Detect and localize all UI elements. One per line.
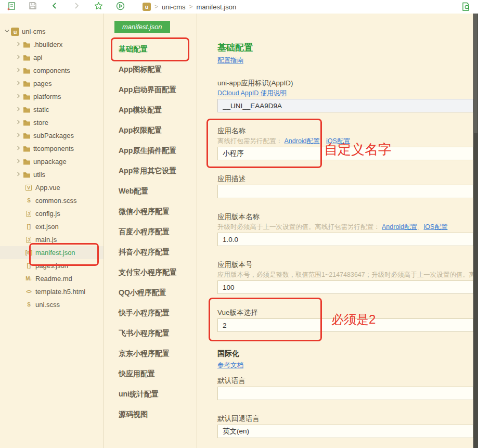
chevron-right-icon[interactable] bbox=[15, 81, 22, 86]
document-tab[interactable]: manifest.json bbox=[114, 21, 170, 33]
settings-nav-item[interactable]: 快手小程序配置 bbox=[104, 303, 197, 323]
settings-nav-list: 基础配置 App图标配置 App启动界面配置 App模块配置 App权限配置 A… bbox=[104, 39, 197, 425]
tree-file-row[interactable]: [ ] ext.json bbox=[0, 220, 104, 233]
breadcrumb-file[interactable]: manifest.json bbox=[197, 3, 237, 11]
tree-folder-row[interactable]: platforms bbox=[0, 90, 104, 103]
vue-version-select[interactable] bbox=[217, 318, 473, 332]
android-config-link[interactable]: Android配置 bbox=[284, 137, 319, 145]
tree-folder-row[interactable]: unpackage bbox=[0, 155, 104, 168]
settings-nav-item[interactable]: uni统计配置 bbox=[104, 384, 197, 404]
tree-file-label: manifest.json bbox=[35, 249, 75, 257]
chevron-right-icon[interactable] bbox=[15, 159, 22, 164]
app-name-hint: 离线打包需另行配置： bbox=[217, 137, 282, 145]
tree-file-row[interactable]: <> template.h5.html bbox=[0, 285, 104, 298]
version-name-input[interactable] bbox=[217, 233, 473, 246]
settings-nav-item-label: 源码视图 bbox=[119, 410, 148, 419]
panel-divider[interactable] bbox=[197, 14, 197, 448]
settings-nav-item-label: 微信小程序配置 bbox=[119, 207, 170, 216]
vertical-scrollbar[interactable] bbox=[473, 14, 478, 448]
tree-file-row[interactable]: J main.js bbox=[0, 233, 104, 246]
tree-file-row[interactable]: V App.vue bbox=[0, 181, 104, 194]
tree-root-uni-cms[interactable]: u uni-cms bbox=[0, 25, 104, 38]
tree-folder-row[interactable]: subPackages bbox=[0, 129, 104, 142]
new-file-button[interactable] bbox=[0, 0, 22, 14]
settings-nav-item[interactable]: App启动界面配置 bbox=[104, 80, 197, 100]
settings-nav-item[interactable]: 微信小程序配置 bbox=[104, 201, 197, 222]
settings-nav-item-label: 快手小程序配置 bbox=[119, 309, 170, 318]
settings-nav-item[interactable]: App常用其它设置 bbox=[104, 161, 197, 181]
tree-file-row[interactable]: S common.scss bbox=[0, 194, 104, 207]
dcloud-appid-help-link[interactable]: DCloud AppID 使用说明 bbox=[217, 89, 287, 97]
settings-nav-item[interactable]: 支付宝小程序配置 bbox=[104, 262, 197, 283]
chevron-down-icon[interactable] bbox=[3, 29, 10, 34]
tree-file-row[interactable]: S uni.scss bbox=[0, 298, 104, 311]
tree-file-row[interactable]: [ ] pages.json bbox=[0, 259, 104, 272]
chevron-right-icon[interactable] bbox=[15, 107, 22, 112]
save-button[interactable] bbox=[22, 0, 44, 14]
tree-folder-row[interactable]: pages bbox=[0, 77, 104, 90]
link-separator: 、 bbox=[320, 137, 327, 145]
chevron-right-icon[interactable] bbox=[15, 146, 22, 151]
folder-icon bbox=[22, 120, 31, 126]
app-name-input[interactable] bbox=[217, 147, 473, 160]
settings-nav-item[interactable]: 飞书小程序配置 bbox=[104, 323, 197, 343]
search-in-file-button[interactable] bbox=[461, 2, 471, 14]
version-code-input[interactable] bbox=[217, 280, 473, 294]
settings-nav-item[interactable]: 京东小程序配置 bbox=[104, 343, 197, 364]
tree-folder-row[interactable]: store bbox=[0, 116, 104, 129]
ios-config-link[interactable]: iOS配置 bbox=[326, 137, 350, 145]
panel-divider[interactable] bbox=[104, 14, 104, 448]
settings-nav-item-label: 支付宝小程序配置 bbox=[119, 268, 177, 277]
chevron-right-icon[interactable] bbox=[15, 172, 22, 177]
settings-nav-item[interactable]: Web配置 bbox=[104, 181, 197, 201]
appid-input[interactable] bbox=[217, 99, 473, 112]
version-name-label: 应用版本名称 bbox=[217, 212, 473, 221]
default-language-input[interactable] bbox=[217, 387, 473, 400]
settings-nav-item[interactable]: App权限配置 bbox=[104, 120, 197, 140]
settings-nav-item-label: App图标配置 bbox=[119, 65, 162, 74]
back-button[interactable] bbox=[44, 0, 66, 14]
config-guide-link[interactable]: 配置指南 bbox=[217, 57, 243, 64]
settings-nav-item[interactable]: App模块配置 bbox=[104, 100, 197, 120]
chevron-right-icon[interactable] bbox=[15, 68, 22, 73]
settings-nav-item[interactable]: App图标配置 bbox=[104, 59, 197, 80]
settings-nav-item[interactable]: 基础配置 bbox=[104, 39, 197, 59]
chevron-right-icon[interactable] bbox=[15, 94, 22, 99]
bookmark-button[interactable] bbox=[87, 0, 109, 14]
settings-nav-item[interactable]: 快应用配置 bbox=[104, 364, 197, 384]
fallback-language-select[interactable] bbox=[217, 425, 473, 438]
tree-folder-row[interactable]: api bbox=[0, 51, 104, 64]
breadcrumb-project[interactable]: uni-cms bbox=[162, 3, 186, 11]
ios-config-link[interactable]: iOS配置 bbox=[424, 223, 448, 231]
i18n-docs-link[interactable]: 参考文档 bbox=[217, 362, 243, 369]
settings-nav-item[interactable]: App原生插件配置 bbox=[104, 140, 197, 161]
tree-folder-row[interactable]: ttcomponents bbox=[0, 142, 104, 155]
settings-nav-item[interactable]: 百度小程序配置 bbox=[104, 222, 197, 242]
tree-file-row[interactable]: J config.js bbox=[0, 207, 104, 220]
fallback-language-label: 默认回退语言 bbox=[217, 414, 473, 423]
chevron-right-icon[interactable] bbox=[15, 133, 22, 138]
chevron-right-icon[interactable] bbox=[15, 55, 22, 60]
settings-nav-item[interactable]: 源码视图 bbox=[104, 404, 197, 425]
settings-nav-item[interactable]: QQ小程序配置 bbox=[104, 283, 197, 303]
tree-folder-label: .hbuilderx bbox=[33, 41, 62, 48]
breadcrumb-separator: > bbox=[154, 3, 158, 10]
run-button[interactable] bbox=[109, 0, 131, 14]
tree-file-row[interactable]: M↓ Readme.md bbox=[0, 272, 104, 285]
tree-folder-row[interactable]: .hbuilderx bbox=[0, 38, 104, 51]
tree-folder-row[interactable]: static bbox=[0, 103, 104, 116]
tree-folder-row[interactable]: utils bbox=[0, 168, 104, 181]
tree-file-row[interactable]: [⚙] manifest.json bbox=[0, 246, 104, 259]
chevron-right-icon[interactable] bbox=[15, 120, 22, 125]
tree-file-label: App.vue bbox=[35, 184, 60, 191]
settings-nav-item-label: App启动界面配置 bbox=[119, 85, 176, 95]
app-desc-input[interactable] bbox=[217, 185, 473, 198]
forward-button[interactable] bbox=[66, 0, 87, 14]
settings-nav-item[interactable]: 抖音小程序配置 bbox=[104, 242, 197, 262]
toolbar: u > uni-cms > manifest.json bbox=[0, 0, 478, 14]
version-name-field: 应用版本名称 升级时必须高于上一次设置的值。离线打包需另行配置： Android… bbox=[217, 212, 473, 246]
tree-folder-row[interactable]: components bbox=[0, 64, 104, 77]
android-config-link[interactable]: Android配置 bbox=[382, 223, 417, 231]
chevron-right-icon[interactable] bbox=[15, 42, 22, 47]
scrollbar-thumb[interactable] bbox=[474, 14, 477, 133]
